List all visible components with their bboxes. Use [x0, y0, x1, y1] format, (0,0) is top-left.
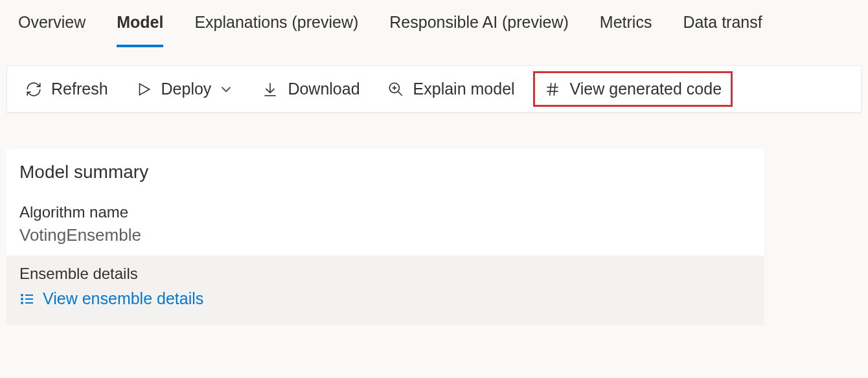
view-ensemble-details-link[interactable]: View ensemble details: [19, 289, 203, 308]
download-label: Download: [288, 80, 360, 98]
algorithm-value: VotingEnsemble: [19, 225, 751, 245]
ensemble-details-block: Ensemble details View ensemble details: [6, 256, 764, 325]
tab-explanations[interactable]: Explanations (preview): [194, 13, 358, 47]
toolbar: Refresh Deploy Download: [6, 65, 862, 113]
magnify-plus-icon: [387, 81, 404, 98]
svg-point-16: [21, 302, 23, 304]
svg-marker-0: [139, 83, 149, 94]
view-generated-code-label: View generated code: [570, 80, 722, 98]
view-ensemble-details-label: View ensemble details: [43, 289, 203, 308]
deploy-label: Deploy: [161, 80, 212, 98]
list-icon: [19, 291, 35, 307]
refresh-label: Refresh: [51, 80, 108, 98]
algorithm-label: Algorithm name: [19, 203, 751, 221]
algorithm-field: Algorithm name VotingEnsemble: [6, 198, 764, 256]
tab-model[interactable]: Model: [117, 13, 163, 47]
deploy-button[interactable]: Deploy: [135, 80, 235, 98]
model-summary-panel: Model summary Algorithm name VotingEnsem…: [6, 149, 764, 325]
refresh-button[interactable]: Refresh: [25, 80, 108, 98]
explain-model-label: Explain model: [413, 80, 515, 98]
play-icon: [135, 81, 152, 98]
view-generated-code-button[interactable]: View generated code: [544, 80, 722, 98]
svg-point-14: [21, 295, 23, 296]
svg-line-4: [398, 91, 402, 96]
hash-icon: [544, 81, 561, 98]
svg-line-9: [549, 83, 551, 96]
refresh-icon: [25, 81, 42, 98]
svg-point-15: [21, 298, 23, 300]
tab-overview[interactable]: Overview: [18, 13, 86, 47]
chevron-down-icon: [218, 81, 234, 98]
tab-data-transf[interactable]: Data transf: [683, 13, 762, 47]
tab-metrics[interactable]: Metrics: [600, 13, 652, 47]
tabs-bar: Overview Model Explanations (preview) Re…: [0, 0, 868, 47]
highlight-annotation: View generated code: [533, 71, 733, 107]
tab-responsible-ai[interactable]: Responsible AI (preview): [389, 13, 569, 47]
svg-line-10: [554, 83, 555, 96]
model-summary-title: Model summary: [6, 149, 764, 198]
download-icon: [262, 81, 279, 98]
download-button[interactable]: Download: [262, 80, 360, 98]
explain-model-button[interactable]: Explain model: [387, 80, 515, 98]
ensemble-details-title: Ensemble details: [19, 265, 751, 283]
